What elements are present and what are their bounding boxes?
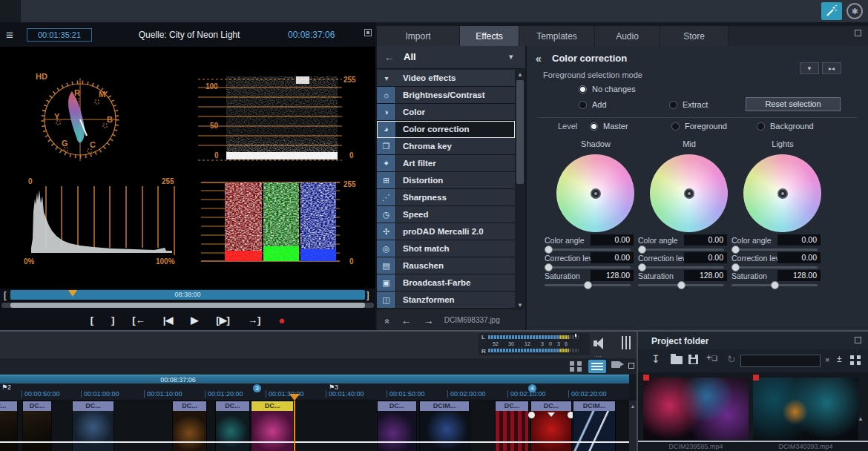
current-timecode[interactable]: 00:01:35:21 — [27, 28, 92, 42]
timeline-clip[interactable]: DC... — [22, 401, 52, 451]
param-value[interactable]: 128.00 — [777, 270, 821, 281]
slider-knob[interactable] — [584, 281, 592, 289]
effects-scrollbar-thumb[interactable] — [516, 80, 524, 184]
radio-extract[interactable]: Extract — [669, 100, 708, 109]
record-button[interactable]: ● — [278, 314, 285, 326]
effect-item-speed[interactable]: ◷Speed — [377, 206, 515, 223]
radio-no-changes[interactable]: No changes — [579, 85, 636, 93]
range-bracket-right[interactable]: ] — [366, 289, 369, 300]
param-slider[interactable] — [638, 248, 724, 251]
tab-templates[interactable]: Templates — [519, 26, 595, 46]
volume-line[interactable] — [0, 441, 629, 443]
collapse-up-icon[interactable]: « — [382, 318, 392, 322]
radio-dot[interactable] — [669, 101, 677, 109]
project-media-item[interactable]: DCIM239585.mp4 — [643, 378, 749, 440]
next-file-icon[interactable]: → — [424, 315, 434, 326]
wheel-knob[interactable] — [684, 188, 694, 199]
play-button[interactable]: ▶ — [191, 315, 198, 326]
radio-dot[interactable] — [590, 122, 598, 131]
grid-view-icon[interactable] — [850, 355, 861, 365]
param-slider[interactable] — [638, 284, 724, 286]
search-input[interactable] — [740, 355, 821, 367]
set-in-button[interactable]: [ — [91, 315, 93, 326]
back-chevrons-icon[interactable]: « — [536, 53, 542, 65]
effect-item-shot-match[interactable]: ◎Shot match — [377, 240, 515, 257]
transition-handle[interactable] — [548, 412, 555, 417]
jump-to-start-button[interactable]: [← — [132, 315, 145, 326]
param-value[interactable]: 0.00 — [684, 252, 727, 263]
radio-dot[interactable] — [671, 122, 680, 131]
effect-item-chroma-key[interactable]: ❐Chroma key — [377, 138, 515, 155]
effect-item-broadcast-farbe[interactable]: ▣Broadcast-Farbe — [377, 274, 515, 292]
panel-menu-icon[interactable]: ▼ — [800, 62, 819, 74]
detach-panel-icon[interactable] — [855, 30, 861, 36]
save-icon[interactable] — [688, 355, 698, 364]
param-value[interactable]: 0.00 — [777, 234, 821, 246]
timeline-clip[interactable]: DCIM... — [573, 401, 616, 451]
effect-item-distortion[interactable]: ⊞Distortion — [377, 172, 515, 189]
timeline-view-icon[interactable] — [588, 360, 606, 373]
param-value[interactable]: 0.00 — [591, 234, 634, 246]
speaker-icon[interactable] — [594, 338, 604, 349]
mixer-icon[interactable] — [622, 336, 633, 349]
track-scrollbar[interactable]: ▲ — [629, 401, 637, 451]
import-icon[interactable]: ↧ — [651, 353, 660, 365]
detach-project-icon[interactable] — [855, 337, 861, 343]
detach-timeline-icon[interactable] — [628, 363, 634, 369]
timeline-clip[interactable]: DCIM... — [419, 401, 470, 451]
timeline-clip[interactable]: DC... — [172, 401, 207, 451]
timeline-chapter-marker[interactable]: 3 — [253, 384, 261, 392]
gear-icon[interactable]: ✱ — [846, 3, 863, 19]
previous-frame-button[interactable]: |◀ — [163, 315, 174, 326]
speaker-menu-dots[interactable]: … — [595, 351, 602, 358]
reset-selection-button[interactable]: Reset selection — [746, 97, 841, 111]
param-slider[interactable] — [731, 284, 818, 286]
chevron-down-icon[interactable]: ▾ — [509, 52, 513, 62]
previous-file-icon[interactable]: ← — [401, 315, 412, 326]
slider-knob[interactable] — [677, 281, 685, 289]
timeline-flag-marker[interactable]: ⚑3 — [329, 383, 338, 391]
wheel-knob[interactable] — [777, 188, 788, 199]
jump-to-end-button[interactable]: →] — [248, 315, 260, 326]
radio-dot[interactable] — [579, 85, 587, 93]
tab-import[interactable]: Import — [377, 26, 460, 46]
param-slider[interactable] — [731, 266, 818, 269]
refresh-icon[interactable]: ↻ — [727, 353, 736, 365]
radio-add[interactable]: Add — [579, 100, 607, 109]
timeline-flag-marker[interactable]: ⚑2 — [1, 383, 11, 391]
effect-item-art-filter[interactable]: ✦Art filter — [377, 155, 515, 172]
project-scroll-up-icon[interactable]: ▲ — [858, 415, 864, 422]
set-out-button[interactable]: ] — [111, 315, 114, 326]
color-wheel-shadow[interactable] — [556, 154, 634, 232]
radio-master[interactable]: Master — [590, 122, 628, 131]
param-value[interactable]: 128.00 — [591, 270, 634, 281]
add-item-icon[interactable]: +❏ — [706, 352, 717, 363]
camera-view-icon[interactable] — [611, 361, 620, 368]
radio-dot[interactable] — [579, 101, 587, 109]
timeline-range-bar[interactable]: 00:08:37:06 — [0, 375, 629, 383]
radio-foreground[interactable]: Foreground — [671, 122, 727, 131]
monitor-menu-icon[interactable]: ≡ — [6, 28, 13, 43]
effect-item-brightness-contrast[interactable]: ☼Brightness/Contrast — [377, 87, 515, 104]
effect-item-rauschen[interactable]: ▤Rauschen — [377, 257, 515, 274]
storyboard-view-icon[interactable] — [570, 361, 582, 372]
effect-item-stanzformen[interactable]: ◫Stanzformen — [377, 292, 515, 309]
param-value[interactable]: 128.00 — [684, 270, 727, 281]
tab-store[interactable]: Store — [660, 26, 729, 46]
effect-item-sharpness[interactable]: ⋰Sharpness — [377, 189, 515, 206]
tab-effects[interactable]: Effects — [460, 26, 519, 46]
timeline-clip[interactable]: DC... — [530, 401, 572, 451]
timeline-clip[interactable]: DC... — [251, 401, 294, 451]
detach-monitor-icon[interactable] — [364, 29, 372, 36]
monitor-scrollbar-thumb[interactable] — [10, 303, 365, 308]
radio-dot[interactable] — [757, 122, 765, 131]
seek-playhead-marker[interactable] — [68, 290, 77, 297]
clear-search-icon[interactable]: × — [825, 355, 829, 364]
param-slider[interactable] — [545, 284, 631, 286]
param-value[interactable]: 0.00 — [777, 252, 821, 263]
color-wheel-mid[interactable] — [650, 154, 728, 232]
timeline-clip[interactable]: 2... — [0, 401, 18, 451]
param-slider[interactable] — [545, 248, 631, 251]
effect-item-color-correction[interactable]: ◕Color correction — [377, 121, 515, 138]
scroll-up-icon[interactable]: ▲ — [515, 70, 525, 79]
